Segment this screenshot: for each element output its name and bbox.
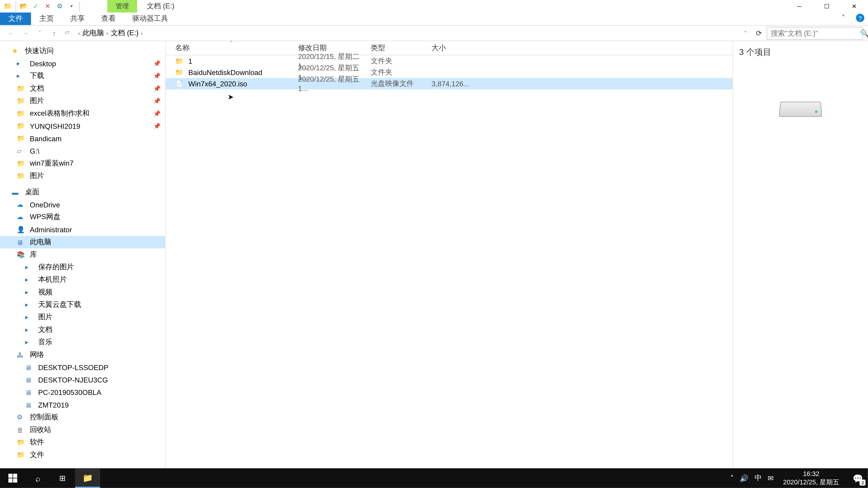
- nav-item[interactable]: 🖥PC-20190530OBLA: [0, 386, 165, 398]
- desktop-icon: ▬: [12, 187, 22, 197]
- ribbon-context-tab[interactable]: 管理: [107, 0, 137, 12]
- nav-label: 控制面板: [30, 412, 59, 422]
- close-button[interactable]: ✕: [840, 0, 868, 12]
- nav-item[interactable]: ▸本机照片: [0, 273, 165, 286]
- nav-item[interactable]: ▸文档: [0, 324, 165, 336]
- minimize-button[interactable]: ─: [786, 0, 813, 12]
- nav-item[interactable]: ▱G:\: [0, 145, 165, 157]
- file-row[interactable]: 📁BaiduNetdiskDownload2020/12/25, 星期五 1..…: [166, 67, 733, 78]
- column-type[interactable]: 类型: [371, 43, 432, 53]
- nav-item[interactable]: 📁Bandicam: [0, 132, 165, 144]
- nav-label: 天翼云盘下载: [38, 300, 81, 310]
- search-input[interactable]: [771, 29, 860, 37]
- folder-icon: 📁: [175, 57, 185, 65]
- start-button[interactable]: [0, 468, 25, 488]
- qat-close-icon[interactable]: ✕: [42, 1, 53, 11]
- nav-item[interactable]: 📁软件: [0, 436, 165, 449]
- nav-item[interactable]: ▸下载📌: [0, 70, 165, 82]
- nav-forward-button[interactable]: →: [19, 26, 32, 39]
- breadcrumb-separator[interactable]: ›: [77, 30, 81, 36]
- preview-pane: 3 个项目: [733, 41, 868, 468]
- tab-file[interactable]: 文件: [0, 12, 31, 25]
- qat-properties-icon[interactable]: ⚙: [54, 1, 65, 11]
- task-view-button[interactable]: ⊞: [50, 468, 75, 488]
- qat-dropdown-icon[interactable]: ▾: [66, 1, 77, 11]
- nav-item[interactable]: 📁图片📌: [0, 95, 165, 107]
- nav-item[interactable]: ▸天翼云盘下载: [0, 298, 165, 311]
- nav-item[interactable]: ▸保存的图片: [0, 261, 165, 273]
- nav-item[interactable]: ▸图片: [0, 311, 165, 324]
- qat-open-folder-icon[interactable]: 📂: [19, 1, 29, 11]
- column-size[interactable]: 大小: [432, 43, 467, 53]
- nav-network[interactable]: 🖧网络: [0, 349, 165, 361]
- nav-item[interactable]: 🖥DESKTOP-LSSOEDP: [0, 361, 165, 373]
- taskbar-search-button[interactable]: ⌕: [25, 468, 50, 488]
- tray-mail-icon[interactable]: ✉: [768, 474, 774, 482]
- nav-item[interactable]: 👤Administrator: [0, 223, 165, 236]
- pin-icon: 📌: [153, 73, 160, 79]
- nav-item[interactable]: 📁文件: [0, 449, 165, 461]
- breadcrumb-segment[interactable]: 文档 (E:): [110, 28, 140, 38]
- qat-checkmark-icon[interactable]: ✓: [30, 1, 41, 11]
- tray-volume-icon[interactable]: 🔊: [740, 474, 749, 482]
- nav-history-dropdown[interactable]: ˅: [33, 26, 46, 39]
- nav-back-button[interactable]: ←: [5, 26, 18, 39]
- nav-label: 网络: [30, 350, 44, 360]
- file-list[interactable]: 名称˄ 修改日期 类型 大小 ➤ 📁12020/12/15, 星期二 1...文…: [166, 41, 733, 468]
- help-icon[interactable]: ?: [856, 14, 864, 22]
- file-row[interactable]: 📄Win7x64_2020.iso2020/12/25, 星期五 1...光盘映…: [166, 78, 733, 89]
- tab-view[interactable]: 查看: [93, 12, 124, 25]
- column-name[interactable]: 名称˄: [166, 43, 298, 53]
- tab-share[interactable]: 共享: [62, 12, 93, 25]
- nav-item[interactable]: 🖥DESKTOP-NJEU3CG: [0, 373, 165, 386]
- nav-up-button[interactable]: ↑: [48, 26, 61, 39]
- nav-item[interactable]: ☁OneDrive: [0, 198, 165, 211]
- nav-desktop[interactable]: ▬桌面: [0, 186, 165, 198]
- nav-item[interactable]: 📁文档📌: [0, 82, 165, 95]
- tray-ime-icon[interactable]: 中: [754, 473, 762, 483]
- nav-item[interactable]: ☁WPS网盘: [0, 211, 165, 223]
- tray-overflow-icon[interactable]: ˄: [730, 474, 734, 482]
- maximize-button[interactable]: ☐: [813, 0, 840, 12]
- column-date[interactable]: 修改日期: [298, 43, 371, 53]
- search-box[interactable]: 🔍: [767, 26, 863, 39]
- breadcrumb-segment[interactable]: 此电脑: [81, 28, 105, 38]
- nav-item[interactable]: 🖥此电脑: [0, 236, 165, 248]
- nav-item[interactable]: 🖥ZMT2019: [0, 398, 165, 411]
- clock-time: 16:32: [783, 470, 839, 478]
- search-icon[interactable]: 🔍: [860, 29, 868, 37]
- breadcrumb[interactable]: ▱ › 此电脑 › 文档 (E:) ›: [62, 26, 739, 39]
- qat-app-icon[interactable]: 📁: [2, 1, 13, 11]
- refresh-button[interactable]: ⟳: [752, 29, 765, 37]
- ribbon-collapse-icon[interactable]: ˅: [842, 14, 851, 23]
- star-icon: ★: [12, 46, 22, 56]
- nav-item[interactable]: 📁excel表格制作求和📌: [0, 107, 165, 120]
- tab-drive-tools[interactable]: 驱动器工具: [124, 12, 176, 25]
- nav-item[interactable]: 📁图片: [0, 170, 165, 182]
- breadcrumb-separator[interactable]: ›: [140, 30, 144, 36]
- pc-icon: 🖥: [25, 375, 35, 385]
- nav-item[interactable]: ▸Desktop📌: [0, 57, 165, 70]
- address-dropdown-icon[interactable]: ˅: [740, 30, 751, 36]
- file-row[interactable]: 📁12020/12/15, 星期二 1...文件夹: [166, 55, 733, 67]
- nav-item[interactable]: 📁YUNQISHI2019📌: [0, 120, 165, 132]
- nav-quick-access[interactable]: ★快速访问: [0, 45, 165, 57]
- file-date: 2020/12/25, 星期五 1...: [298, 74, 371, 93]
- navigation-pane[interactable]: ★快速访问 ▸Desktop📌▸下载📌📁文档📌📁图片📌📁excel表格制作求和📌…: [0, 41, 166, 468]
- nav-item[interactable]: 📁win7重装win7: [0, 157, 165, 170]
- tab-home[interactable]: 主页: [31, 12, 62, 25]
- notifications-button[interactable]: 💬 3: [848, 468, 868, 488]
- nav-item[interactable]: ▸音乐: [0, 336, 165, 348]
- nav-item[interactable]: 📚库: [0, 249, 165, 261]
- nav-label: 音乐: [38, 337, 53, 348]
- cloud-icon: ☁: [17, 213, 26, 222]
- address-bar: ← → ˅ ↑ ▱ › 此电脑 › 文档 (E:) › ˅ ⟳ 🔍: [0, 26, 868, 41]
- nav-item[interactable]: ⚙控制面板: [0, 411, 165, 424]
- breadcrumb-separator[interactable]: ›: [105, 30, 110, 36]
- nav-item[interactable]: 🗑回收站: [0, 424, 165, 436]
- blue-icon: ▸: [25, 300, 35, 310]
- taskbar-explorer-button[interactable]: 📁: [75, 468, 100, 488]
- nav-item[interactable]: ▸视频: [0, 286, 165, 298]
- svg-rect-1: [13, 474, 17, 478]
- tray-clock[interactable]: 16:32 2020/12/25, 星期五: [780, 470, 843, 486]
